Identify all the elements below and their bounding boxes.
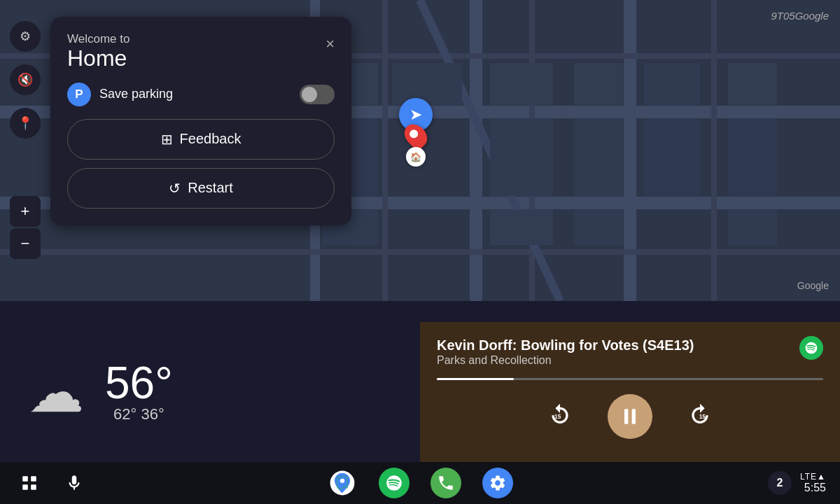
- media-text: Kevin Dorff: Bowling for Votes (S4E13) P…: [437, 336, 694, 367]
- save-parking-toggle[interactable]: [300, 85, 335, 104]
- svg-rect-29: [632, 409, 636, 424]
- svg-rect-20: [574, 119, 623, 196]
- svg-rect-16: [490, 119, 553, 196]
- toggle-knob: [302, 87, 317, 102]
- svg-rect-28: [624, 409, 628, 424]
- progress-fill: [437, 378, 514, 380]
- svg-rect-24: [574, 210, 623, 245]
- mute-icon-btn[interactable]: 🔇: [10, 64, 41, 95]
- svg-rect-31: [22, 476, 28, 482]
- taskbar-right: 2 LTE▲ 5:55: [768, 471, 826, 495]
- popup-header: Welcome to Home ×: [67, 32, 335, 71]
- media-panel: Kevin Dorff: Bowling for Votes (S4E13) P…: [420, 322, 840, 462]
- feedback-label: Feedback: [180, 131, 241, 147]
- watermark-top: 9T05Google: [771, 10, 829, 22]
- svg-rect-17: [574, 63, 623, 105]
- svg-rect-34: [31, 484, 36, 490]
- media-subtitle: Parks and Recollection: [437, 354, 694, 367]
- bottom-area: ☁ 56° 62° 36° Kevin Dorff: Bowling for V…: [0, 322, 840, 462]
- settings-icon-btn[interactable]: ⚙: [10, 21, 41, 52]
- phone-app-button[interactable]: [430, 468, 461, 498]
- parking-icon: P: [67, 83, 91, 106]
- svg-rect-33: [22, 484, 28, 490]
- taskbar-left: [14, 468, 90, 498]
- left-sidebar: ⚙ 🔇 📍: [10, 21, 41, 139]
- svg-rect-19: [728, 63, 777, 105]
- grid-menu-button[interactable]: [14, 468, 45, 498]
- zoom-in-button[interactable]: +: [10, 196, 41, 227]
- spotify-app-button[interactable]: [379, 468, 410, 498]
- spotify-icon: [799, 336, 823, 360]
- progress-bar: [437, 378, 823, 380]
- close-button[interactable]: ×: [326, 35, 335, 53]
- rewind-15-button[interactable]: 15: [540, 397, 580, 436]
- svg-rect-21: [644, 119, 700, 196]
- popup-card: Welcome to Home × P Save parking ⊞ Feedb…: [50, 17, 351, 225]
- popup-title-area: Welcome to Home: [67, 32, 130, 71]
- save-parking-row: P Save parking: [67, 83, 335, 106]
- media-title: Kevin Dorff: Bowling for Votes (S4E13): [437, 336, 694, 354]
- map-pin-area: ➤ 🏠: [399, 98, 433, 132]
- restart-label: Restart: [188, 180, 232, 196]
- svg-rect-25: [728, 119, 777, 196]
- signal-time: LTE▲ 5:55: [800, 472, 826, 494]
- weather-panel: ☁ 56° 62° 36°: [0, 322, 420, 462]
- forward-15-button[interactable]: 15: [680, 397, 720, 436]
- media-controls: 15 15: [437, 394, 823, 439]
- popup-title: Home: [67, 46, 130, 71]
- svg-point-36: [340, 479, 344, 483]
- weather-cloud-icon: ☁: [28, 360, 84, 425]
- restart-icon: ↺: [169, 180, 181, 197]
- watermark-bottom: Google: [797, 280, 829, 291]
- taskbar-center: [327, 468, 513, 498]
- svg-rect-23: [490, 210, 553, 245]
- temperature-main: 56°: [105, 360, 173, 405]
- microphone-button[interactable]: [59, 468, 90, 498]
- svg-rect-26: [728, 210, 777, 245]
- svg-rect-18: [644, 63, 700, 105]
- zoom-controls: + −: [10, 196, 41, 259]
- clock-display: 5:55: [804, 482, 826, 494]
- popup-subtitle: Welcome to: [67, 32, 130, 46]
- media-header: Kevin Dorff: Bowling for Votes (S4E13) P…: [437, 336, 823, 367]
- notification-badge[interactable]: 2: [768, 471, 792, 495]
- temperature-range: 62° 36°: [105, 405, 173, 424]
- location-icon-btn[interactable]: 📍: [10, 108, 41, 139]
- svg-text:15: 15: [699, 413, 706, 420]
- restart-button[interactable]: ↺ Restart: [67, 168, 335, 209]
- maps-app-button[interactable]: [327, 468, 358, 498]
- svg-rect-32: [31, 476, 36, 482]
- feedback-icon: ⊞: [161, 131, 173, 148]
- taskbar: 2 LTE▲ 5:55: [0, 462, 840, 504]
- signal-indicator: LTE▲: [800, 472, 826, 482]
- svg-text:15: 15: [554, 413, 561, 420]
- zoom-out-button[interactable]: −: [10, 228, 41, 259]
- home-badge: 🏠: [406, 147, 426, 167]
- weather-info: 56° 62° 36°: [105, 360, 173, 424]
- settings-app-button[interactable]: [482, 468, 513, 498]
- feedback-button[interactable]: ⊞ Feedback: [67, 119, 335, 160]
- save-parking-label: Save parking: [99, 87, 291, 102]
- svg-rect-14: [490, 63, 553, 105]
- pause-button[interactable]: [608, 394, 652, 439]
